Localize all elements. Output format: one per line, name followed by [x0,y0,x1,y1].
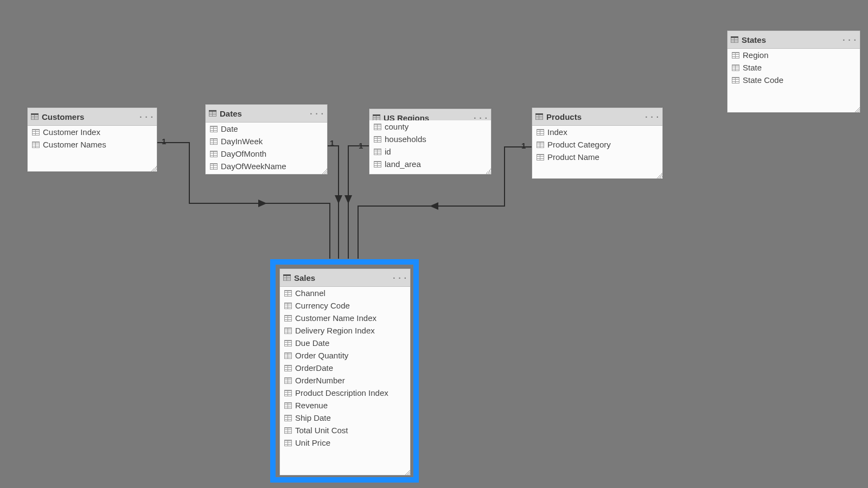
field-row[interactable]: id [369,145,491,158]
field-row[interactable]: households [369,133,491,145]
svg-marker-2 [344,195,352,204]
cardinality-dates: 1 [330,138,334,147]
table-name: Sales [294,273,315,282]
field-row[interactable]: Date [206,123,327,135]
field-name: Channel [295,288,326,298]
column-icon [284,328,292,334]
table-header[interactable]: Customers· · · [28,108,157,126]
field-row[interactable]: Total Unit Cost [280,424,410,436]
field-row[interactable]: Channel [280,287,410,299]
field-name: Product Category [547,140,611,149]
field-name: Date [221,124,238,133]
svg-marker-1 [335,195,342,204]
field-row[interactable]: DayOfMonth [206,147,327,160]
field-row[interactable]: Revenue [280,399,410,412]
field-name: Region [743,50,769,60]
table-header[interactable]: Sales· · · [280,269,410,287]
field-row[interactable]: Product Name [532,151,662,163]
table-name: States [742,35,766,44]
table-header[interactable]: Products· · · [532,108,662,126]
column-icon [210,163,218,170]
field-list[interactable]: Customer IndexCustomer Names [28,126,157,171]
field-row[interactable]: Index [532,126,662,138]
field-name: Product Name [547,152,599,162]
field-list[interactable]: ChannelCurrency CodeCustomer Name IndexD… [280,287,410,475]
column-icon [284,290,292,297]
table-icon [31,113,39,120]
field-row[interactable]: Ship Date [280,412,410,424]
column-icon [210,126,218,132]
field-list[interactable]: DateDayInWeekDayOfMonthDayOfWeekName [206,123,327,174]
table-header[interactable]: Dates· · · [206,105,327,123]
column-icon [374,136,381,143]
resize-handle[interactable] [486,169,491,174]
field-row[interactable]: Currency Code [280,299,410,312]
table-name: Products [546,112,582,121]
field-row[interactable]: OrderDate [280,362,410,374]
table-name: Customers [42,112,84,121]
model-canvas[interactable]: 1 1 1 1 Customers· · ·Customer IndexCust… [0,0,868,488]
field-row[interactable]: Customer Names [28,138,157,151]
field-row[interactable]: Unit Price [280,436,410,449]
field-row[interactable]: State Code [727,74,860,86]
column-icon [732,52,739,59]
column-icon [284,415,292,421]
field-name: State Code [743,75,783,85]
field-name: DayOfWeekName [221,162,286,171]
table-menu-button[interactable]: · · · [843,35,857,44]
cardinality-products: 1 [521,141,526,150]
field-row[interactable]: Delivery Region Index [280,324,410,337]
table-icon [209,110,216,117]
column-icon [284,402,292,409]
field-name: OrderDate [295,363,333,373]
table-card-states[interactable]: States· · ·RegionStateState Code [727,30,860,113]
field-row[interactable]: OrderNumber [280,374,410,387]
column-icon [284,352,292,359]
field-row[interactable]: Product Description Index [280,387,410,399]
table-menu-button[interactable]: · · · [393,273,407,282]
table-card-dates[interactable]: Dates· · ·DateDayInWeekDayOfMonthDayOfWe… [205,104,328,175]
column-icon [374,124,381,130]
field-row[interactable]: Product Category [532,138,662,151]
field-name: Order Quantity [295,351,348,360]
field-list[interactable]: IndexProduct CategoryProduct Name [532,126,662,178]
field-row[interactable]: Order Quantity [280,349,410,362]
table-card-customers[interactable]: Customers· · ·Customer IndexCustomer Nam… [27,107,157,172]
column-icon [374,149,381,155]
column-icon [537,142,544,148]
table-icon [731,36,738,43]
field-row[interactable]: Customer Name Index [280,312,410,324]
resize-handle[interactable] [405,470,410,475]
field-name: Product Description Index [295,388,388,397]
resize-handle[interactable] [657,173,662,178]
field-row[interactable]: land_area [369,158,491,170]
field-row[interactable]: Due Date [280,337,410,349]
resize-handle[interactable] [151,166,157,171]
table-name: Dates [220,109,242,118]
resize-handle[interactable] [854,107,860,112]
table-header[interactable]: States· · · [727,31,860,49]
table-card-sales[interactable]: Sales· · ·ChannelCurrency CodeCustomer N… [279,268,411,476]
table-card-products[interactable]: Products· · ·IndexProduct CategoryProduc… [532,107,663,179]
resize-handle[interactable] [322,169,327,174]
field-name: DayOfMonth [221,149,266,158]
table-menu-button[interactable]: · · · [645,112,659,121]
field-row[interactable]: county [369,120,491,133]
table-menu-button[interactable]: · · · [310,109,324,118]
field-name: id [385,147,391,156]
field-row[interactable]: Region [727,49,860,61]
column-icon [210,138,218,145]
field-name: county [385,122,409,131]
field-row[interactable]: Customer Index [28,126,157,138]
column-icon [732,65,739,71]
table-card-us_regions[interactable]: US Regions· · ·countyhouseholdsidland_ar… [369,108,492,175]
field-list[interactable]: RegionStateState Code [727,49,860,112]
svg-marker-0 [258,200,267,207]
field-row[interactable]: State [727,61,860,74]
column-icon [284,377,292,384]
table-menu-button[interactable]: · · · [139,112,154,121]
column-icon [537,154,544,160]
field-list[interactable]: countyhouseholdsidland_area [369,120,491,174]
field-row[interactable]: DayInWeek [206,135,327,147]
field-row[interactable]: DayOfWeekName [206,160,327,172]
